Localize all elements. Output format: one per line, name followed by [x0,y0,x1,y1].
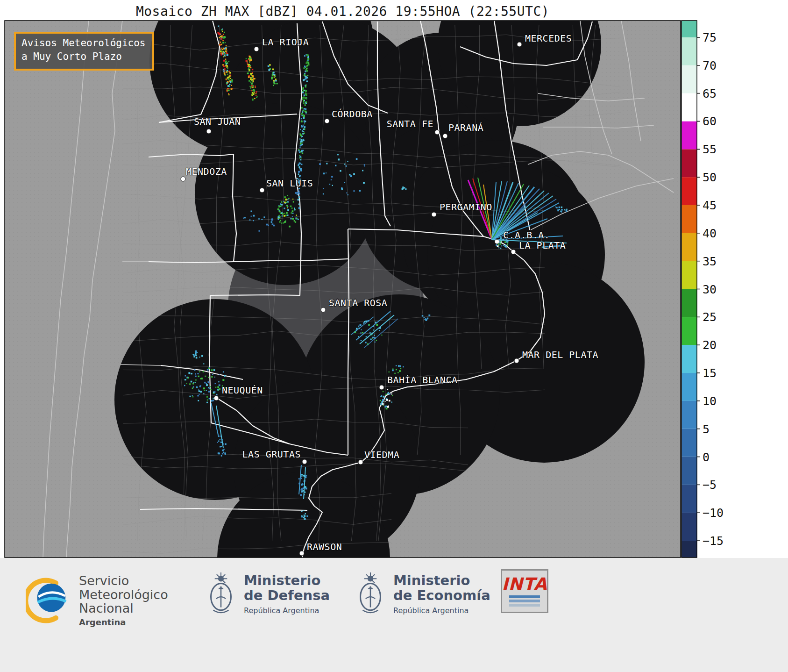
city-dot [299,551,304,556]
city-label: LA PLATA [519,240,566,251]
colorbar-segment [682,513,697,541]
inta-stripe [509,600,540,602]
colorbar-tick-label: −10 [703,506,724,520]
economia-line1: Ministerio [393,573,490,588]
city-dot [435,130,440,135]
city-label: SANTA ROSA [329,297,387,308]
colorbar-segment [682,177,697,205]
colorbar-segment [682,261,697,289]
colorbar-tick-label: 70 [703,59,717,72]
colorbar-tick-label: 75 [703,31,717,44]
smn-text: Servicio Meteorológico Nacional Argentin… [79,574,168,627]
colorbar-segment [682,541,697,558]
city-dot [495,239,499,244]
footer: Servicio Meteorológico Nacional Argentin… [0,558,788,672]
city-dot [206,129,211,134]
warning-badge: Avisos Meteorológicos a Muy Corto Plazo [14,32,154,71]
colorbar-segment [682,37,697,65]
city-dot [379,385,384,390]
colorbar-segment [682,149,697,177]
inta-logo-icon: INTA [501,569,548,613]
smn-line2: Meteorológico [79,588,168,602]
colorbar-segment [682,289,697,317]
colorbar-tick-label: 35 [703,255,717,268]
city-label: NEUQUÉN [222,385,263,396]
city-label: MENDOZA [186,166,227,177]
defensa-line3: República Argentina [244,606,330,615]
city-label: RAWSON [307,541,342,552]
city-dot [214,396,219,400]
city-label: PERGAMINO [440,201,492,213]
colorbar-tick-label: 10 [703,394,717,408]
city-dot [358,460,363,465]
city-dot [181,177,185,181]
city-dot [260,188,264,193]
smn-line4: Argentina [79,618,168,627]
colorbar-segment [682,65,697,93]
colorbar-tick-label: 50 [703,171,717,184]
city-dot [517,42,522,47]
city-label: SANTA FE [387,118,433,129]
colorbar-tick-label: 20 [703,338,717,352]
colorbar-segment [682,345,697,373]
inta-stripe [509,595,540,598]
defensa-line2: de Defensa [244,588,330,603]
city-dot [325,119,329,123]
city-dot [432,212,436,217]
economia-text: Ministerio de Economía República Argenti… [393,573,490,615]
colorbar-tick-label: 65 [703,87,717,100]
defensa-text: Ministerio de Defensa República Argentin… [244,573,330,615]
city-label: MAR DEL PLATA [522,349,598,360]
warning-line2: a Muy Corto Plazo [21,50,146,64]
smn-logo-icon [26,578,71,623]
colorbar-tick-label: 45 [703,199,717,212]
city-dot [321,307,326,312]
colorbar-tick-label: −5 [703,478,717,492]
colorbar-tick-label: 5 [703,422,710,436]
colorbar-segment [682,457,697,485]
inta-stripe [509,604,540,607]
colorbar-tick-label: −15 [703,534,724,548]
city-label: BAHÍA BLANCA [387,374,458,386]
colorbar-tick-label: 60 [703,114,717,128]
colorbar-tick-label: 15 [703,366,717,380]
colorbar: 757065605550454035302520151050−5−10−15 [682,21,724,558]
city-label: MERCEDES [525,33,572,44]
colorbar-segment [682,121,697,149]
city-label: LAS GRUTAS [242,449,301,460]
city-label: VIEDMA [364,449,399,460]
colorbar-segment [682,205,697,233]
city-dot [443,134,447,138]
city-label: SAN LUIS [266,178,313,189]
city-label: PARANÁ [448,122,483,133]
economia-line2: de Economía [393,588,490,603]
coat-of-arms-icon [206,572,235,616]
colorbar-segment [682,317,697,345]
colorbar-tick-label: 40 [703,227,717,240]
smn-line3: Nacional [79,601,168,615]
economia-logo-block: Ministerio de Economía República Argenti… [356,572,490,616]
smn-line1: Servicio [79,574,168,588]
city-label: SAN JUAN [194,116,241,127]
coat-of-arms-icon [356,572,385,616]
city-label: CÓRDOBA [332,108,373,120]
colorbar-tick-label: 0 [703,450,710,464]
colorbar-segment [682,401,697,429]
colorbar-tick-label: 55 [703,143,717,156]
colorbar-segment [682,93,697,122]
economia-line3: República Argentina [393,606,490,615]
colorbar-tick-label: 30 [703,283,717,296]
radar-mosaic-page: Mosaico ZH MAX [dBZ] 04.01.2026 19:55HOA… [0,0,788,672]
inta-logo-block: INTA [501,569,548,613]
smn-logo-block: Servicio Meteorológico Nacional Argentin… [26,574,168,627]
inta-label: INTA [502,576,547,593]
map-layers: LA RIOJAMERCEDESSAN JUANCÓRDOBASANTA FEP… [5,0,681,645]
colorbar-segment [682,485,697,513]
colorbar-segment [682,429,697,457]
city-dot [254,47,259,51]
city-label: C.A.B.A. [503,229,550,241]
city-dot [302,459,307,464]
city-label: LA RIOJA [262,36,309,48]
defensa-logo-block: Ministerio de Defensa República Argentin… [206,572,330,616]
warning-line1: Avisos Meteorológicos [21,36,146,50]
